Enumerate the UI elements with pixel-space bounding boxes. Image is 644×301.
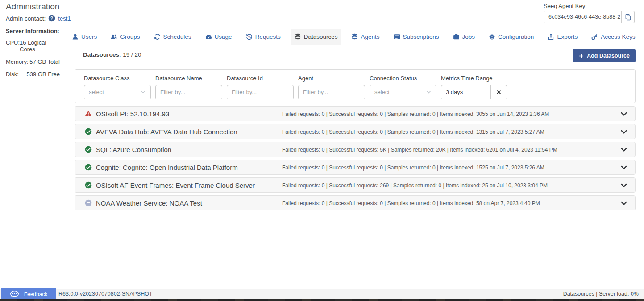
tab-schedules[interactable]: Schedules — [150, 29, 195, 45]
tab-jobs[interactable]: Jobs — [449, 29, 479, 45]
speech-bubble-icon — [10, 290, 19, 298]
tab-requests[interactable]: %Requests — [242, 29, 285, 45]
tab-label: Access Keys — [601, 33, 635, 40]
admin-contact-label: Admin contact: — [6, 15, 46, 22]
admin-contact-link[interactable]: test1 — [58, 15, 71, 22]
datasource-name: OSIsoft AF Event Frames: Event Frame Clo… — [96, 181, 255, 189]
chevron-down-icon[interactable] — [620, 200, 627, 207]
admin-contact: Admin contact: ? test1 — [6, 15, 71, 22]
tab-users[interactable]: Users — [68, 29, 101, 45]
svg-text:%: % — [248, 35, 251, 38]
check-circle-icon — [85, 181, 92, 189]
tab-agents[interactable]: Agents — [347, 29, 383, 45]
filter-label: Datasource Name — [155, 75, 222, 82]
tab-subscriptions[interactable]: Subscriptions — [390, 29, 443, 45]
datasources-panel: Datasources: 19 / 20 Add Datasource Data… — [64, 45, 644, 289]
gears-icon — [489, 33, 495, 40]
database-icon — [351, 33, 358, 40]
datasource-row[interactable]: OSIsoft PI: 52.10.194.93 Failed requests… — [75, 106, 636, 121]
page-title: Administration — [6, 2, 59, 12]
datasource-stats: Failed requests: 0 | Successful requests… — [282, 178, 548, 193]
connection-status-select[interactable]: select — [370, 85, 436, 99]
datasource-name: OSIsoft PI: 52.10.194.93 — [96, 110, 169, 118]
tab-exports[interactable]: Exports — [544, 29, 582, 45]
filter-agent: Agent — [298, 75, 365, 103]
status-page-label: Datasources — [563, 291, 594, 297]
check-circle-icon — [85, 164, 92, 171]
subscriptions-icon — [394, 33, 400, 40]
filter-label: Datasource Class — [84, 75, 151, 82]
status-separator: | — [596, 291, 597, 297]
metrics-time-range-input[interactable] — [441, 85, 491, 99]
question-circle-icon: ? — [48, 15, 55, 22]
filter-datasource-class: Datasource Class select — [84, 75, 151, 103]
filter-label: Metrics Time Range — [441, 75, 508, 82]
add-datasource-button[interactable]: Add Datasource — [573, 49, 636, 62]
tab-groups[interactable]: Groups — [107, 29, 144, 45]
feedback-button[interactable]: Feedback — [1, 288, 56, 301]
tachometer-icon — [205, 33, 212, 40]
tab-access-keys[interactable]: Access Keys — [587, 29, 639, 45]
disk-value: 539 GB Free — [27, 71, 60, 78]
agent-key-label: Seeq Agent Key: — [544, 3, 587, 9]
tab-label: Requests — [255, 33, 281, 40]
datasource-name-input[interactable] — [155, 85, 222, 99]
datasources-count-value: 19 / 20 — [123, 51, 141, 58]
datasources-count: Datasources: 19 / 20 — [83, 51, 141, 58]
datasource-row[interactable]: NOAA Weather Service: NOAA Test Failed r… — [75, 195, 636, 210]
svg-text:?: ? — [50, 16, 53, 21]
datasource-name: SQL: Azure Consumption — [96, 146, 171, 153]
agent-key-group — [544, 11, 635, 23]
agent-key-input[interactable] — [544, 11, 621, 23]
metrics-time-range-group — [441, 85, 508, 99]
tab-label: Groups — [120, 33, 140, 40]
add-datasource-label: Add Datasource — [587, 53, 630, 59]
chevron-down-icon[interactable] — [620, 111, 627, 118]
datasource-stats: Failed requests: 0 | Successful requests… — [282, 142, 557, 157]
datasource-stats: Failed requests: 0 | Successful requests… — [282, 196, 540, 211]
tab-label: Usage — [215, 33, 232, 40]
datasource-name: Cognite: Cognite: Open Industrial Data P… — [96, 164, 238, 171]
server-info-panel: Server Information: CPU: 16 Logical Core… — [6, 28, 60, 83]
datasources-count-label: Datasources: — [83, 51, 121, 58]
tab-usage[interactable]: Usage — [201, 29, 236, 45]
chevron-down-icon[interactable] — [620, 164, 627, 171]
server-info-heading: Server Information: — [6, 28, 60, 34]
server-load-label: Server load: — [599, 291, 629, 297]
datasource-row[interactable]: Cognite: Cognite: Open Industrial Data P… — [75, 160, 636, 175]
plus-icon — [579, 54, 584, 58]
admin-tabbar: Users Groups Schedules Usage %Requests D… — [64, 29, 644, 45]
administration-page: Administration Admin contact: ? test1 Se… — [0, 0, 644, 301]
key-icon — [591, 33, 598, 40]
datasource-row[interactable]: OSIsoft AF Event Frames: Event Frame Clo… — [75, 177, 636, 193]
filter-label: Datasource Id — [227, 75, 294, 82]
clear-icon — [496, 90, 501, 95]
tab-datasources[interactable]: Datasources — [291, 29, 342, 45]
check-circle-icon — [85, 146, 92, 153]
datasource-id-input[interactable] — [227, 85, 294, 99]
chevron-down-icon[interactable] — [620, 128, 627, 136]
datasource-class-select[interactable]: select — [84, 85, 151, 99]
filter-label: Agent — [298, 75, 365, 82]
select-placeholder: select — [89, 89, 104, 95]
datasource-filters: Datasource Class select Datasource Name … — [75, 69, 636, 103]
filter-datasource-name: Datasource Name — [155, 75, 222, 103]
database-icon — [295, 33, 301, 40]
copy-agent-key-button[interactable] — [621, 11, 635, 23]
datasource-row[interactable]: SQL: Azure Consumption Failed requests: … — [75, 142, 636, 157]
chevron-down-icon — [426, 89, 432, 95]
datasource-list: OSIsoft PI: 52.10.194.93 Failed requests… — [75, 106, 636, 213]
tab-configuration[interactable]: Configuration — [485, 29, 538, 45]
cpu-value: 16 Logical Cores — [20, 39, 60, 53]
history-icon: % — [246, 33, 253, 40]
chevron-down-icon[interactable] — [620, 182, 627, 189]
copy-icon — [625, 14, 632, 21]
briefcase-icon — [453, 33, 460, 40]
check-circle-icon — [85, 128, 92, 135]
disk-label: Disk: — [6, 71, 19, 78]
agent-input[interactable] — [298, 85, 365, 99]
datasource-row[interactable]: AVEVA Data Hub: AVEVA Data Hub Connectio… — [75, 124, 636, 139]
clear-metrics-filter-button[interactable] — [491, 85, 507, 99]
cpu-label: CPU: — [6, 39, 20, 53]
chevron-down-icon[interactable] — [620, 146, 627, 153]
